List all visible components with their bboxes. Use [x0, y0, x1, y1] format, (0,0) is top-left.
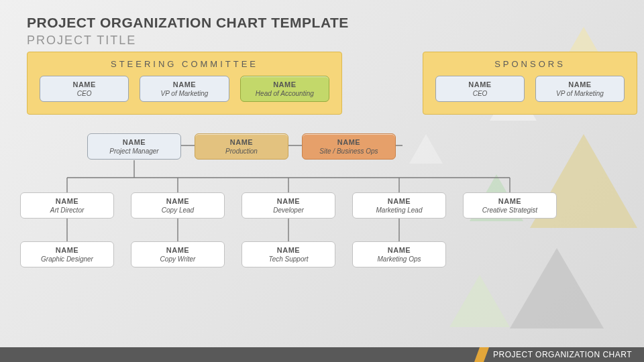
manager-card: NAMEProduction: [195, 133, 288, 160]
staff-card: NAMEGraphic Designer: [20, 241, 114, 267]
page-title: PROJECT ORGANIZATION CHART TEMPLATE: [27, 15, 617, 31]
lead-card: NAMECreative Strategist: [463, 192, 557, 219]
footer-bar: PROJECT ORGANIZATION CHART: [0, 347, 644, 362]
manager-card: NAMESite / Business Ops: [302, 133, 396, 160]
org-chart: NAMEProject Manager NAMEProduction NAMES…: [27, 131, 617, 298]
sponsors-panel: SPONSORS NAMECEO NAMEVP of Marketing: [423, 52, 637, 115]
manager-card: NAMEProject Manager: [87, 133, 181, 160]
sponsors-heading: SPONSORS: [435, 59, 625, 69]
steering-heading: STEERING COMMITTEE: [40, 59, 329, 69]
lead-card: NAMEMarketing Lead: [352, 192, 446, 219]
footer-text: PROJECT ORGANIZATION CHART: [493, 350, 632, 359]
sponsor-card: NAMECEO: [435, 76, 525, 102]
staff-card: NAMECopy Writer: [131, 241, 225, 267]
steering-card: NAMEHead of Accounting: [240, 76, 329, 102]
lead-card: NAMEArt Director: [20, 192, 114, 219]
staff-card: NAMETech Support: [241, 241, 335, 267]
steering-card: NAMEVP of Marketing: [140, 76, 229, 102]
lead-card: NAMEDeveloper: [241, 192, 335, 219]
sponsor-card: NAMEVP of Marketing: [535, 76, 625, 102]
steering-panel: STEERING COMMITTEE NAMECEO NAMEVP of Mar…: [27, 52, 342, 115]
steering-card: NAMECEO: [40, 76, 129, 102]
lead-card: NAMECopy Lead: [131, 192, 225, 219]
page-subtitle: PROJECT TITLE: [27, 34, 617, 48]
footer-accent-icon: [474, 347, 489, 362]
staff-card: NAMEMarketing Ops: [352, 241, 446, 267]
